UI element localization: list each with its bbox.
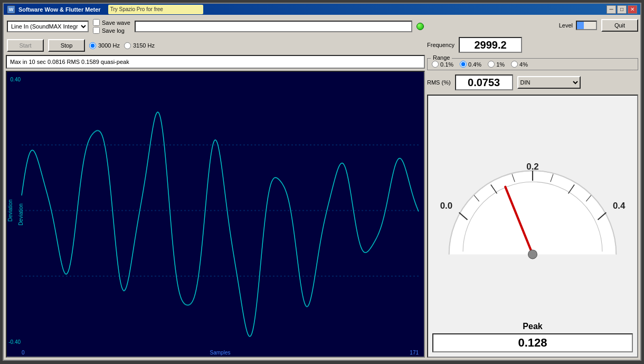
save-wave-checkbox[interactable] [93,19,100,26]
status-bar: Max in 10 sec 0.0816 RMS 0.1589 quasi-pe… [6,55,425,69]
freq-3000-radio[interactable] [89,42,96,49]
rms-display: 0.0753 [455,74,513,90]
device-select[interactable]: Line In (SoundMAX Integra [7,21,89,32]
range-0.4-radio[interactable] [460,61,467,68]
svg-text:0.2: 0.2 [526,162,538,172]
frequency-display: 2999.2 [459,37,522,53]
range-0.1-radio[interactable] [432,61,439,68]
quit-button[interactable]: Quit [601,19,638,32]
save-log-checkbox[interactable] [93,27,100,34]
title-bar-buttons: ─ □ ✕ [607,5,637,14]
save-log-label[interactable]: Save log [93,27,130,34]
peak-display: 0.128 [432,333,633,352]
svg-text:0.4: 0.4 [613,201,626,211]
range-group: Range 0.1% 0.4% 1% [427,58,638,70]
peak-label: Peak [523,322,542,331]
ad-text[interactable]: Try Spazio Pro for free [110,6,163,12]
signal-bar [135,21,412,32]
signal-indicator [416,23,424,30]
level-label: Level [559,22,573,29]
freq-3150-radio[interactable] [124,42,131,49]
stop-button[interactable]: Stop [48,39,85,52]
right-panel: Level Quit Frequency 2999.2 Range 0 [427,17,638,358]
save-wave-label[interactable]: Save wave [93,19,130,26]
rms-label: RMS (%) [427,79,451,86]
minimize-button[interactable]: ─ [607,5,616,14]
range-4-label[interactable]: 4% [511,61,528,68]
close-button[interactable]: ✕ [628,5,637,14]
freq-3000-label[interactable]: 3000 Hz [89,42,120,49]
gauge-svg: 0.0 0.2 0.4 [432,100,633,320]
range-1-label[interactable]: 1% [488,61,505,68]
din-select[interactable]: DIN [517,76,581,89]
checkboxes: Save wave Save log [93,19,130,34]
meter-box: 0.0 0.2 0.4 Peak 0.128 [427,95,638,358]
controls-row: Line In (SoundMAX Integra Save wave Save… [6,17,425,36]
waveform-container: Deviation [6,71,425,358]
buttons-row: Start Stop 3000 Hz 3150 Hz [6,38,425,53]
app-window: W Software Wow & Flutter Meter Try Spazi… [3,3,641,361]
range-0.1-label[interactable]: 0.1% [432,61,453,68]
window-title: Software Wow & Flutter Meter [18,6,101,13]
app-icon: W [7,5,15,14]
main-content: Line In (SoundMAX Integra Save wave Save… [4,15,640,360]
waveform-canvas [7,72,424,357]
range-1-radio[interactable] [488,61,495,68]
range-0.4-label[interactable]: 0.4% [460,61,481,68]
freq-3150-label[interactable]: 3150 Hz [124,42,155,49]
range-4-radio[interactable] [511,61,518,68]
gauge-area: 0.0 0.2 0.4 [432,100,633,320]
svg-text:0.0: 0.0 [440,201,452,211]
start-button[interactable]: Start [7,39,44,52]
right-top-row: Level Quit [427,17,638,34]
deviation-label: Deviation [18,203,24,226]
svg-point-14 [528,250,537,259]
title-bar: W Software Wow & Flutter Meter Try Spazi… [4,4,640,15]
range-radios: 0.1% 0.4% 1% 4% [432,61,633,68]
frequency-label: Frequency [427,42,454,48]
status-text: Max in 10 sec 0.0816 RMS 0.1589 quasi-pe… [10,59,129,65]
level-container: Level [559,21,597,30]
rms-row: RMS (%) 0.0753 DIN [427,72,638,92]
maximize-button[interactable]: □ [617,5,627,14]
range-legend: Range [431,54,452,61]
level-fill [577,22,584,29]
level-bar [576,21,597,30]
freq-row: Frequency 2999.2 [427,36,638,54]
left-panel: Line In (SoundMAX Integra Save wave Save… [6,17,425,358]
